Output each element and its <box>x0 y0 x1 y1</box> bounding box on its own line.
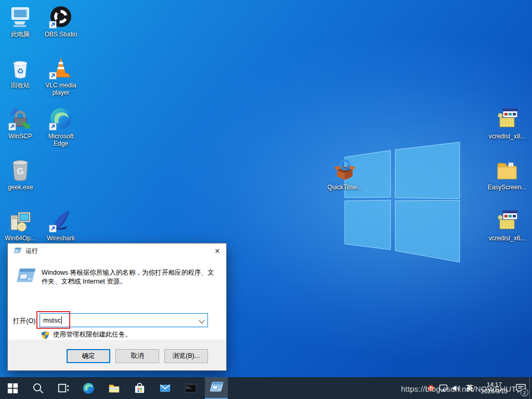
vcredist-installer-icon <box>495 107 519 131</box>
desktop-icon-label: 此电脑 <box>0 31 41 38</box>
store-button[interactable] <box>127 377 151 399</box>
desktop-icon-this-pc[interactable]: 此电脑 <box>0 3 41 38</box>
desktop-icon-label: Win64Op... <box>0 235 41 242</box>
recycle-bin-icon: ♻ <box>8 56 32 80</box>
mail-icon <box>159 382 172 395</box>
run-icon <box>15 267 36 286</box>
file-explorer-icon <box>108 382 121 395</box>
task-view-button[interactable] <box>51 377 75 399</box>
run-dialog-titlebar[interactable]: 运行 ✕ <box>8 243 226 258</box>
mail-button[interactable] <box>153 377 177 399</box>
geek-exe-icon: G <box>8 158 32 182</box>
vlc-icon <box>49 56 73 80</box>
run-command-input[interactable]: mstsc <box>43 316 61 324</box>
desktop-icon-vcredist-x6[interactable]: vcredist_x6... <box>487 207 527 242</box>
desktop-icon-label: VLC media player <box>41 82 81 96</box>
desktop-icon-recycle-bin[interactable]: ♻ 回收站 <box>0 54 41 89</box>
clock-date: 2020/9/13 <box>481 388 508 395</box>
run-dialog-body: Windows 将根据你所输入的名称，为你打开相应的程序、文件夹、文档或 Int… <box>8 258 226 341</box>
volume-icon[interactable] <box>452 384 461 392</box>
windows-start-icon <box>6 382 19 395</box>
command-prompt-icon: C:\_ <box>184 382 197 395</box>
this-pc-icon <box>8 5 32 29</box>
microsoft-store-icon <box>133 382 146 395</box>
open-label: 打开(O): <box>13 317 37 326</box>
ime-indicator[interactable]: 英 <box>466 383 473 393</box>
search-button[interactable] <box>26 377 50 399</box>
uac-shield-icon <box>41 331 49 339</box>
wireshark-icon <box>49 209 73 233</box>
desktop-icon-vcredist-x8[interactable]: vcredist_x8... <box>487 105 527 140</box>
text-caret <box>61 316 62 324</box>
admin-note: 使用管理权限创建此任务。 <box>53 330 132 339</box>
desktop-icon-label: vcredist_x6... <box>487 235 527 242</box>
desktop-icon-label: Wireshark <box>41 235 81 242</box>
microsoft-edge-icon <box>82 382 95 395</box>
ok-button[interactable]: 确定 <box>67 349 110 363</box>
run-dialog-title: 运行 <box>25 247 209 255</box>
desktop-icon-label: WinSCP <box>0 133 41 140</box>
desktop-icon-obs-studio[interactable]: OBS Studio <box>41 3 81 38</box>
taskbar-clock[interactable]: 14:17 2020/9/13 <box>481 381 508 395</box>
microsoft-edge-icon <box>49 107 73 131</box>
desktop-icon-label: 回收站 <box>0 82 41 89</box>
close-icon[interactable]: ✕ <box>209 244 226 258</box>
svg-text:G: G <box>17 166 23 176</box>
win64op-installer-icon <box>8 209 32 233</box>
action-center-button[interactable]: 2 <box>512 377 529 399</box>
edge-taskbar-button[interactable] <box>76 377 100 399</box>
run-dialog-window: 运行 ✕ Windows 将根据你所输入的名称，为你打开相应的程序、文件夹、文档… <box>7 243 227 371</box>
file-explorer-button[interactable] <box>102 377 126 399</box>
winscp-icon <box>8 107 32 131</box>
taskbar: C:\_ 英 14:17 2020/9/13 2 <box>0 377 532 399</box>
clock-time: 14:17 <box>481 381 508 388</box>
obs-studio-icon <box>49 5 73 29</box>
desktop-icon-quicktime[interactable]: QuickTime... <box>325 156 365 191</box>
red-app-tray-icon[interactable] <box>427 384 435 392</box>
desktop-icon-label: EasyScreen... <box>487 184 527 191</box>
start-button[interactable] <box>1 377 24 399</box>
run-dialog-button-strip: 确定 取消 浏览(B)... <box>8 340 226 370</box>
desktop-icon-label: OBS Studio <box>41 31 81 38</box>
system-tray: 英 14:17 2020/9/13 2 <box>425 377 532 399</box>
desktop-icon-geek-exe[interactable]: G geek.exe <box>0 156 41 191</box>
search-icon <box>32 382 45 395</box>
browse-button[interactable]: 浏览(B)... <box>164 349 208 363</box>
quicktime-installer-icon <box>333 158 357 182</box>
desktop-icon-winscp[interactable]: WinSCP <box>0 105 41 140</box>
notification-badge: 2 <box>521 389 528 396</box>
chevron-down-icon[interactable] <box>199 317 204 323</box>
run-command-combobox[interactable]: mstsc <box>40 313 208 327</box>
cancel-button[interactable]: 取消 <box>115 349 159 363</box>
terminal-text: C:\_ <box>186 386 191 389</box>
task-view-icon <box>57 382 70 395</box>
desktop-icon-label: QuickTime... <box>325 184 365 191</box>
desktop-icon-win64op[interactable]: Win64Op... <box>0 207 41 242</box>
display-tray-icon[interactable] <box>439 384 448 392</box>
run-dialog-taskbar-button[interactable] <box>205 377 228 399</box>
run-icon <box>209 381 224 394</box>
desktop-icon-label: Microsoft Edge <box>41 133 81 147</box>
desktop-icon-wireshark[interactable]: Wireshark <box>41 207 81 242</box>
svg-text:♻: ♻ <box>17 67 23 75</box>
vcredist-installer-icon <box>495 209 519 233</box>
desktop-icon-vlc[interactable]: VLC media player <box>41 54 81 96</box>
desktop-icon-label: geek.exe <box>0 184 41 191</box>
run-dialog-description: Windows 将根据你所输入的名称，为你打开相应的程序、文件夹、文档或 Int… <box>42 268 219 286</box>
terminal-button[interactable]: C:\_ <box>178 377 202 399</box>
show-desktop-button[interactable] <box>529 377 532 399</box>
desktop-icon-edge[interactable]: Microsoft Edge <box>41 105 81 147</box>
run-icon <box>13 247 22 255</box>
easyscreen-folder-icon <box>495 158 519 182</box>
desktop-icon-easyscreen[interactable]: EasyScreen... <box>487 156 527 191</box>
desktop-icon-label: vcredist_x8... <box>487 133 527 140</box>
